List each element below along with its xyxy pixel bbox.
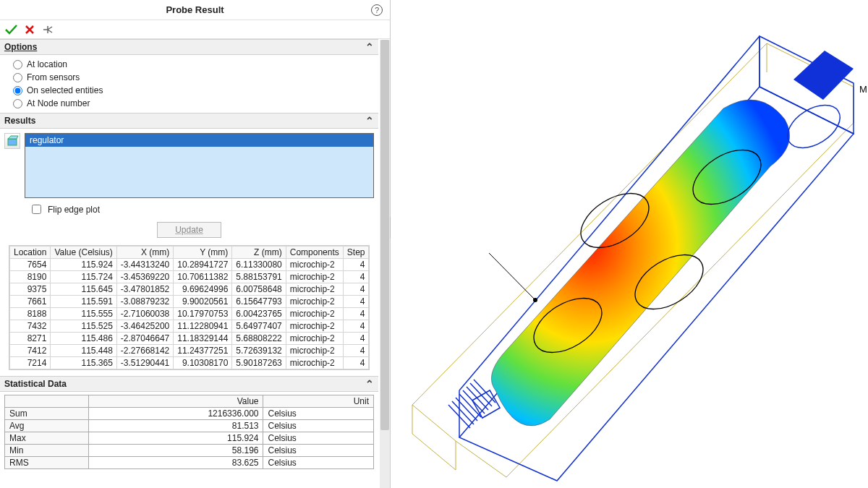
- stats-heading: Statistical Data: [4, 379, 67, 389]
- entity-listbox[interactable]: regulator: [25, 133, 374, 198]
- results-table-wrap: Location Value (Celsius) X (mm) Y (mm) Z…: [9, 245, 370, 370]
- col-step[interactable]: Step: [343, 247, 369, 259]
- col-value[interactable]: Value (Celsius): [51, 247, 116, 259]
- stats-row[interactable]: Avg81.513Celsius: [5, 420, 374, 432]
- entity-item-regulator[interactable]: regulator: [25, 134, 373, 147]
- tag-m: M: [859, 84, 867, 95]
- radio-at-location-input[interactable]: [13, 60, 22, 69]
- table-row[interactable]: 7412115.448-2.2766814211.243772515.72639…: [10, 345, 369, 357]
- radio-selected-entities-input[interactable]: [13, 86, 22, 95]
- pin-icon[interactable]: [42, 25, 54, 35]
- stats-section-head[interactable]: Statistical Data ⌃: [0, 376, 378, 392]
- stats-table[interactable]: Value Unit Sum1216336.000CelsiusAvg81.51…: [4, 395, 374, 469]
- col-comp[interactable]: Components: [286, 247, 343, 259]
- col-y[interactable]: Y (mm): [174, 247, 232, 259]
- probe-result-panel: Probe Result ? Options ⌃ At location Fro…: [0, 0, 391, 488]
- ok-icon[interactable]: [4, 24, 17, 35]
- panel-title: Probe Result: [166, 4, 224, 15]
- action-row: [0, 20, 390, 39]
- svg-line-8: [489, 253, 535, 300]
- col-z[interactable]: Z (mm): [232, 247, 286, 259]
- chevron-up-icon: ⌃: [365, 41, 374, 53]
- flip-edge-label: Flip edge plot: [48, 205, 100, 215]
- table-row[interactable]: 7432115.525-3.4642520011.122809415.64977…: [10, 320, 369, 333]
- table-row[interactable]: 7661115.591-3.088792329.900205616.156477…: [10, 296, 369, 308]
- results-table[interactable]: Location Value (Celsius) X (mm) Y (mm) Z…: [9, 246, 369, 369]
- table-row[interactable]: 8271115.486-2.8704664711.183291445.68808…: [10, 333, 369, 345]
- update-button[interactable]: Update: [157, 222, 221, 238]
- graphics-viewport[interactable]: M Max: 115.924 ⊕ Z Y X: [391, 0, 868, 488]
- table-row[interactable]: 9375115.645-3.478018529.696249966.007586…: [10, 283, 369, 296]
- results-heading: Results: [4, 116, 35, 126]
- help-icon[interactable]: ?: [371, 4, 383, 16]
- stats-col-blank: [5, 395, 89, 408]
- radio-selected-entities[interactable]: On selected entities: [13, 84, 365, 97]
- svg-rect-0: [8, 139, 17, 145]
- chevron-up-icon: ⌃: [365, 115, 374, 127]
- options-section-head[interactable]: Options ⌃: [0, 39, 378, 55]
- radio-from-sensors[interactable]: From sensors: [13, 71, 365, 84]
- radio-at-node-input[interactable]: [13, 99, 22, 108]
- table-row[interactable]: 8190115.724-3.4536922010.706113825.88153…: [10, 271, 369, 283]
- radio-at-node[interactable]: At Node number: [13, 97, 365, 110]
- panel-scroll-thumb[interactable]: [380, 40, 389, 430]
- stats-col-value[interactable]: Value: [88, 395, 263, 408]
- table-row[interactable]: 7214115.365-3.512904419.103081705.901872…: [10, 357, 369, 369]
- options-heading: Options: [4, 42, 37, 52]
- model-render: M: [391, 0, 868, 488]
- svg-point-9: [533, 298, 537, 302]
- flip-edge-checkbox[interactable]: [32, 205, 41, 214]
- stats-body: Value Unit Sum1216336.000CelsiusAvg81.51…: [0, 392, 378, 472]
- select-body-icon[interactable]: [4, 133, 20, 149]
- col-x[interactable]: X (mm): [116, 247, 173, 259]
- stats-col-unit[interactable]: Unit: [263, 395, 374, 408]
- flip-edge-checkbox-row[interactable]: Flip edge plot: [4, 198, 374, 219]
- col-location[interactable]: Location: [10, 247, 51, 259]
- table-row[interactable]: 7654115.924-3.4431324010.289417276.11330…: [10, 259, 369, 271]
- radio-selected-entities-label: On selected entities: [27, 85, 103, 95]
- stats-row[interactable]: RMS83.625Celsius: [5, 457, 374, 469]
- options-body: At location From sensors On selected ent…: [0, 55, 378, 113]
- svg-point-7: [780, 96, 847, 156]
- results-body: regulator Flip edge plot Update Location…: [0, 129, 378, 376]
- panel-scrollbar[interactable]: [380, 40, 390, 488]
- table-row[interactable]: 8188115.555-2.7106003810.179707536.00423…: [10, 308, 369, 320]
- radio-from-sensors-label: From sensors: [27, 72, 80, 82]
- radio-at-location[interactable]: At location: [13, 58, 365, 71]
- results-section-head[interactable]: Results ⌃: [0, 113, 378, 129]
- cancel-icon[interactable]: [25, 25, 35, 35]
- panel-header: Probe Result ?: [0, 0, 390, 20]
- chevron-up-icon: ⌃: [365, 378, 374, 390]
- stats-row[interactable]: Max115.924Celsius: [5, 432, 374, 445]
- radio-at-location-label: At location: [27, 59, 67, 69]
- radio-at-node-label: At Node number: [27, 98, 90, 108]
- stats-row[interactable]: Sum1216336.000Celsius: [5, 408, 374, 420]
- stats-row[interactable]: Min58.196Celsius: [5, 445, 374, 457]
- panel-inner: Options ⌃ At location From sensors On se…: [0, 39, 390, 488]
- radio-from-sensors-input[interactable]: [13, 73, 22, 82]
